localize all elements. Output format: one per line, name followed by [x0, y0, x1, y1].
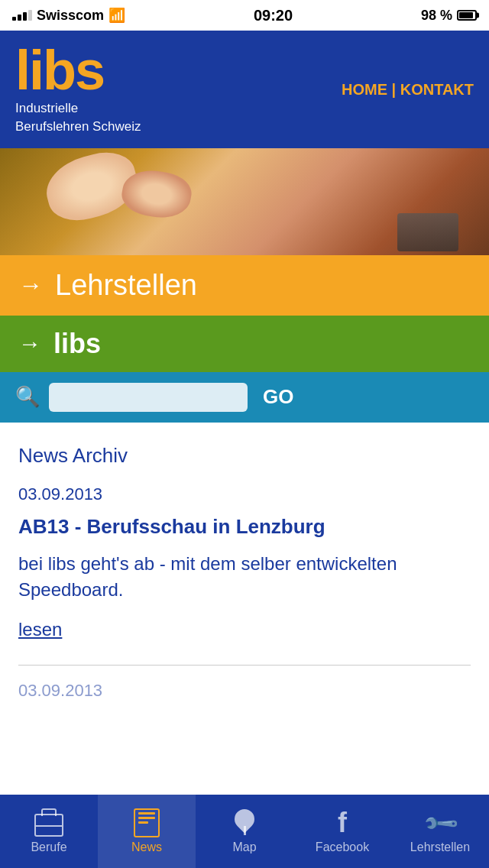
search-bar: 🔍 GO — [0, 372, 489, 423]
tab-map-label: Map — [232, 840, 256, 854]
logo-text: libs — [15, 43, 141, 98]
news-icon — [132, 808, 161, 837]
tab-news-label: News — [131, 840, 162, 854]
partial-date: 03.09.2013 — [18, 681, 471, 701]
logo-subtitle: Industrielle Berufslehren Schweiz — [15, 99, 141, 136]
search-input[interactable] — [49, 383, 248, 412]
header-nav[interactable]: HOME | KONTAKT — [342, 78, 474, 101]
content-wrapper: News Archiv 03.09.2013 AB13 - Berufsscha… — [0, 423, 489, 790]
fb-f-icon: f — [338, 807, 347, 839]
icon-line-1 — [138, 812, 155, 815]
article-read-link-1[interactable]: lesen — [18, 619, 62, 640]
carrier-label: Swisscom — [37, 8, 104, 24]
tab-facebook[interactable]: f Facebook — [293, 795, 391, 868]
pin-head — [231, 805, 259, 834]
berufe-icon — [34, 808, 63, 837]
menu-lehrstellen[interactable]: → Lehrstellen — [0, 255, 489, 316]
battery-percentage: 98 % — [421, 8, 452, 24]
nav-separator: | — [387, 81, 400, 98]
nav-home[interactable]: HOME — [342, 81, 387, 98]
icon-line-3 — [138, 821, 148, 824]
page-title: News Archiv — [18, 444, 471, 468]
facebook-icon: f — [328, 808, 357, 837]
tab-bar: Berufe News Map f Facebook � — [0, 795, 489, 868]
go-button[interactable]: GO — [257, 385, 300, 409]
tab-berufe-label: Berufe — [31, 840, 66, 854]
menu-libs[interactable]: → libs — [0, 316, 489, 372]
tab-berufe[interactable]: Berufe — [0, 795, 98, 868]
article-body-1: bei libs geht's ab - mit dem selber entw… — [18, 551, 471, 604]
map-icon — [230, 808, 259, 837]
app-header: libs Industrielle Berufslehren Schweiz H… — [0, 31, 489, 148]
wifi-icon: 📶 — [108, 7, 125, 24]
pin-icon — [235, 809, 254, 837]
logo-area: libs Industrielle Berufslehren Schweiz — [15, 43, 141, 136]
hero-tools-graphic — [397, 213, 458, 251]
tab-news[interactable]: News — [98, 795, 196, 868]
tab-map[interactable]: Map — [196, 795, 293, 868]
signal-bars — [12, 10, 32, 21]
news-document-icon — [134, 808, 160, 837]
lehrstellen-icon: 🔧 — [426, 808, 455, 837]
battery-icon — [457, 10, 477, 21]
nav-kontakt[interactable]: KONTAKT — [400, 81, 474, 98]
tab-lehrstellen[interactable]: 🔧 Lehrstellen — [391, 795, 489, 868]
wrench-icon: 🔧 — [421, 804, 460, 843]
article-divider — [18, 665, 471, 666]
icon-line-2 — [138, 817, 155, 819]
libs-arrow-icon: → — [18, 331, 41, 357]
status-left: Swisscom 📶 — [12, 7, 125, 24]
status-time: 09:20 — [254, 7, 293, 24]
status-right: 98 % — [421, 8, 477, 24]
briefcase-icon — [34, 814, 63, 837]
lehrstellen-arrow-icon: → — [18, 271, 43, 300]
article-date-1: 03.09.2013 — [18, 484, 471, 504]
hero-image — [0, 148, 489, 255]
tab-facebook-label: Facebook — [316, 840, 369, 854]
status-bar: Swisscom 📶 09:20 98 % — [0, 0, 489, 31]
content-area: News Archiv 03.09.2013 AB13 - Berufsscha… — [0, 423, 489, 717]
lehrstellen-label: Lehrstellen — [55, 269, 197, 302]
libs-menu-label: libs — [53, 328, 101, 360]
article-headline-1: AB13 - Berufsschau in Lenzburg — [18, 513, 471, 540]
search-icon: 🔍 — [15, 385, 40, 409]
